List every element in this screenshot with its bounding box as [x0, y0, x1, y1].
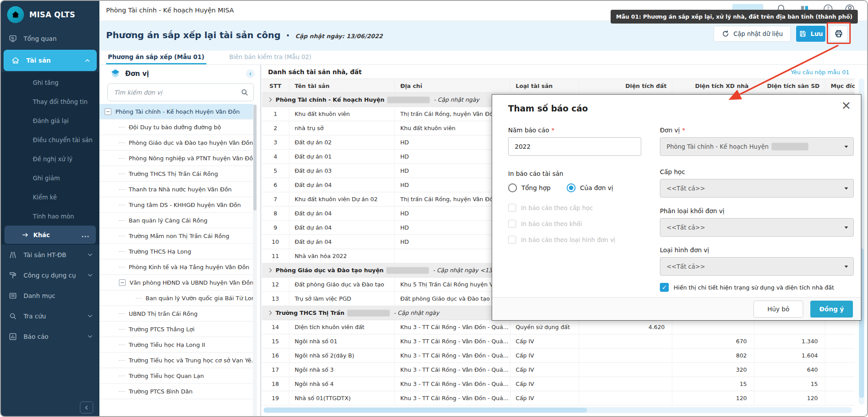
tree-item-ban-quan-ly-cang-cai-rong[interactable]: Ban quản lý Cảng Cái Rồng [99, 213, 253, 228]
tree-item-oi-duy-tu-bao-duong-uong-bo[interactable]: Đội Duy tu bảo dưỡng đường bộ [99, 119, 253, 135]
report-year-input[interactable] [508, 137, 641, 156]
column-header-stt[interactable]: STT [262, 79, 289, 92]
save-icon [799, 30, 807, 38]
checkbox-icon [508, 204, 516, 212]
refresh-data-button[interactable]: Cập nhật dữ liệu [714, 26, 791, 42]
close-icon[interactable]: × [841, 99, 851, 111]
tree-item-label: Trường THCS Thị Trấn Cái Rồng [129, 171, 218, 177]
sidebar-item-bao-cao[interactable]: Báo cáo [1, 326, 99, 347]
unit-search-input[interactable] [108, 84, 253, 101]
tree-item-label: Phòng Kinh tế và Hạ Tầng huyện Vân Đồn [129, 264, 249, 270]
tree-item-phong-nong-nghiep-va-ptnt-huyen-van-o[interactable]: Phòng Nông nghiệp và PTNT huyện Vân Đồ..… [99, 151, 253, 166]
cell-name: Khu đất khuôn viên Dự án 02 [289, 192, 395, 206]
cell-name: Ngôi nhà số 01 [289, 334, 395, 348]
ok-button[interactable]: Đồng ý [810, 301, 853, 318]
tree-item-truong-ptcs-thang-loi[interactable]: Trường PTCS Thắng Lợi [99, 322, 253, 337]
sidebar-subitem-thay-oi-thong-tin[interactable]: Thay đổi thông tin [1, 92, 99, 111]
horizontal-scrollbar[interactable] [264, 407, 852, 413]
column-header-dien-tich-san-sd[interactable]: Diện tích sàn SD [754, 79, 825, 92]
table-row[interactable]: 16Ngôi nhà số 2(dãy B)Khu 3 - TT Cái Rồn… [262, 349, 855, 363]
cancel-button[interactable]: Hủy bỏ [754, 301, 803, 318]
sidebar-item-cong-cu-dung-cu[interactable]: Công cụ dụng cụ [1, 265, 99, 286]
column-header-loai-tai-san[interactable]: Loại tài sản [510, 79, 579, 92]
sidebar-item-tai-san-ht-b[interactable]: Tài sản HT-ĐB [1, 245, 99, 265]
dot-separator: • [286, 32, 290, 40]
tree-item-label: Văn phòng HĐND và UBND huyện Vân Đồn [130, 279, 253, 286]
panel-collapse-button[interactable] [246, 69, 255, 78]
tab-form-02[interactable]: Biên bản kiểm tra (Mẫu 02) [228, 51, 313, 64]
tree-item-truong-tieu-hoc-va-trung-hoc-co-so-van-ye[interactable]: Trường Tiểu học và Trung học cơ sở Vạn Y… [99, 353, 253, 368]
chevron-down-icon [844, 146, 848, 148]
sidebar-subitem-anh-gia-lai[interactable]: Đánh giá lại [1, 111, 99, 130]
save-button[interactable]: Lưu [796, 26, 825, 42]
tree-item-ban-quan-ly-vuon-quoc-gia-bai-tu-long[interactable]: Ban quản lý Vườn quốc gia Bái Tử Long [99, 290, 253, 306]
cell-stt: 16 [262, 349, 289, 362]
tree-item-phong-tai-chinh-ke-hoach-huyen-van-on[interactable]: Phòng Tài chính - Kế hoạch Huyện Vân Đồn [99, 104, 253, 119]
sidebar-subitem-ieu-chuyen-tai-san[interactable]: Điều chuyển tài sản [1, 130, 99, 149]
column-header-ten-tai-san[interactable]: Tên tài sản [289, 79, 395, 92]
sidebar-subitem-label: Thay đổi thông tin [33, 98, 87, 105]
group-name: Trường THCS Thị Trấn [276, 310, 344, 316]
tree-item-ubnd-thi-tran-cai-rong[interactable]: UBND Thị trấn Cái Rồng [99, 306, 253, 322]
chevron-down-icon [844, 266, 848, 268]
sidebar-subitem-ghi-tang[interactable]: Ghi tăng [1, 73, 99, 92]
tree-item-truong-thcs-ha-long[interactable]: Trường THCS Hạ Long [99, 244, 253, 259]
cell-name: Đất dự án 04 [289, 178, 395, 192]
sidebar-item-tai-san[interactable]: Tài sản [4, 50, 97, 71]
tree-expander-minus[interactable] [105, 108, 111, 115]
sidebar-subitem-e-nghi-xu-ly[interactable]: Đề nghị xử lý [1, 149, 99, 168]
sidebar-collapse-button[interactable] [80, 401, 93, 413]
sidebar-subitem-khac[interactable]: Khác... [4, 226, 96, 244]
tree-item-label: Ban quản lý Vườn quốc gia Bái Tử Long [146, 295, 253, 302]
tree-item-phong-giao-duc-va-ao-tao-huyen-van-on[interactable]: Phòng Giáo dục và Đào tạo huyện Vân Đồn [99, 135, 253, 151]
table-row[interactable]: 17Ngôi nhà số 3Khu 3 - TT Cái Rồng - Vân… [262, 363, 855, 377]
radio-of-unit[interactable]: Của đơn vị [567, 183, 613, 192]
cell-floor: 15 [754, 377, 825, 391]
cell-address: Khu 3 - TT Cái Rồng - Vân Đồn - Quả... [395, 377, 510, 391]
group-updated-suffix: - Cập nhật ngày [434, 96, 479, 103]
column-header-muc-ich-su-dung[interactable]: Mục đích sử dụng [825, 79, 855, 92]
cell-stt: 1 [262, 107, 289, 121]
sidebar-item-danh-muc[interactable]: Danh mục [1, 286, 99, 306]
sidebar-subitem-label: Tính hao mòn [33, 213, 74, 220]
tree-item-phong-kinh-te-va-ha-tang-huyen-van-on[interactable]: Phòng Kinh tế và Hạ Tầng huyện Vân Đồn [99, 259, 253, 275]
tree-expander-minus[interactable] [119, 279, 126, 286]
tree-item-thanh-tra-nha-nuoc-huyen-van-on[interactable]: Thanh tra Nhà nước huyện Vân Đồn [99, 182, 253, 197]
cell-stt: 12 [262, 278, 289, 291]
sidebar-item-tra-cuu[interactable]: Tra cứu [1, 306, 99, 326]
logo: MISA QLTS [1, 1, 99, 28]
column-header-ia-chi[interactable]: Địa chỉ [395, 79, 510, 92]
table-row[interactable]: 18Ngôi nhà số 4Khu 3 - TT Cái Rồng - Vân… [262, 377, 855, 391]
radio-summary[interactable]: Tổng hợp [508, 183, 551, 192]
sidebar-subitem-tinh-hao-mon[interactable]: Tính hao mòn [1, 207, 99, 226]
print-button[interactable] [830, 26, 848, 41]
sidebar-item-tong-quan[interactable]: Tổng quan [1, 28, 99, 49]
table-row[interactable]: 14Diện tích khuôn viên đấtKhu 3 - TT Cái… [262, 320, 855, 334]
cell-purpose [825, 363, 855, 377]
checkbox-show-detail[interactable]: ✓ Hiển thị chi tiết hiện trạng sử dụng v… [660, 283, 834, 292]
tree-item-truong-tieu-hoc-quan-lan[interactable]: Trường Tiểu học Quan Lạn [99, 368, 253, 384]
sidebar-subitem-kiem-ke[interactable]: Kiểm kê [1, 187, 99, 207]
tree-item-truong-tieu-hoc-ha-long-ii[interactable]: Trường Tiểu học Hạ Long II [99, 337, 253, 353]
table-row[interactable]: 19Nhà số 01(TTGDTX)Khu 3 - TT Cái Rồng -… [262, 391, 855, 405]
tree-guide [119, 345, 125, 345]
column-header-dien-tich-xd-nha[interactable]: Diện tích XD nhà [672, 79, 754, 92]
unit-dropdown: Phòng Tài chính - Kế hoạch Huyện [660, 137, 854, 156]
tree-item-truong-ptcs-binh-dan[interactable]: Trường PTCS Bình Dân [99, 384, 253, 399]
tab-form-01[interactable]: Phương án sắp xếp (Mẫu 01) [106, 51, 206, 64]
column-header-dien-tich-at[interactable]: Diện tích đất [579, 79, 672, 92]
refresh-label: Cập nhật dữ liệu [734, 30, 783, 37]
tree-scrollbar[interactable] [253, 104, 257, 417]
tree-item-label: Đội Duy tu bảo dưỡng đường bộ [129, 124, 221, 131]
tree-item-van-phong-h-nd-va-ubnd-huyen-van-on[interactable]: Văn phòng HĐND và UBND huyện Vân Đồn [99, 275, 253, 290]
tree-item-trung-tam-ds-khhg-huyen-van-on[interactable]: Trung tâm DS - KHHGĐ huyện Vân Đồn [99, 197, 253, 213]
catalog-icon [8, 291, 18, 301]
sidebar-subitem-ghi-giam[interactable]: Ghi giảm [1, 168, 99, 187]
table-row[interactable]: 15Ngôi nhà số 01Khu 3 - TT Cái Rồng - Vâ… [262, 334, 855, 349]
lookup-icon [8, 311, 18, 321]
tree-item-truong-thcs-thi-tran-cai-rong[interactable]: Trường THCS Thị Trấn Cái Rồng [99, 166, 253, 182]
tree-item-label: Trường Tiểu học và Trung học cơ sở Vạn Y… [129, 357, 253, 364]
cell-stt: 19 [262, 391, 289, 405]
tree-item-truong-mam-non-thi-tran-cai-rong[interactable]: Trường Mầm non Thị Trấn Cái Rồng [99, 228, 253, 244]
request-form-link[interactable]: Yêu cầu nộp mẫu 01 [791, 69, 849, 75]
